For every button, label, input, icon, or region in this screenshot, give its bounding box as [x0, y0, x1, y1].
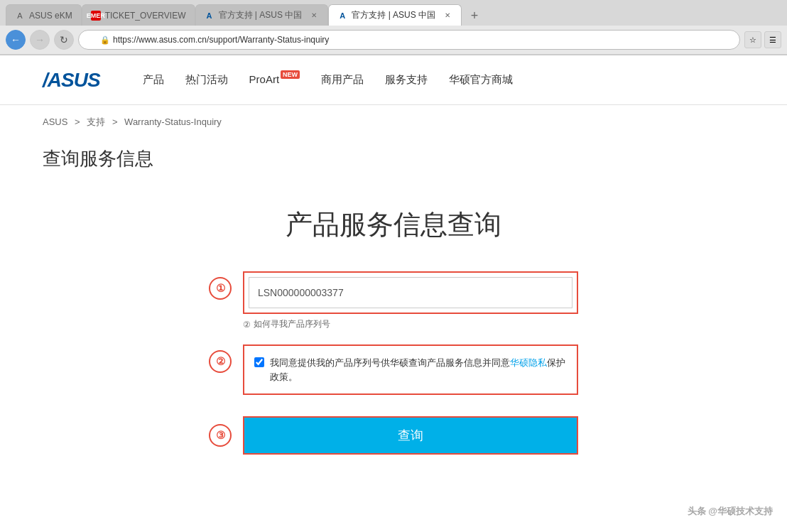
nav-item-proart[interactable]: ProArt NEW	[249, 73, 300, 87]
help-link: ② 如何寻我产品序列号	[243, 318, 578, 330]
breadcrumb-support[interactable]: 支持	[87, 116, 105, 127]
back-button[interactable]: ←	[6, 30, 26, 50]
privacy-checkbox[interactable]	[254, 357, 264, 367]
browser-tabs: A ASUS eKM EMER TICKET_OVERVIEW A 官方支持 |…	[0, 0, 787, 26]
tab-favicon-asus2: A	[337, 11, 347, 21]
nav-item-products[interactable]: 产品	[143, 73, 164, 87]
step-3-circle: ③	[209, 424, 232, 447]
step-2-circle: ②	[209, 350, 232, 373]
step-1-circle: ①	[209, 277, 232, 300]
step-1-content: ② 如何寻我产品序列号	[243, 271, 578, 330]
watermark: 头条 @华硕技术支持	[688, 505, 773, 518]
breadcrumb-current: Warranty-Status-Inquiry	[124, 116, 222, 127]
address-bar[interactable]: 🔒 https://www.asus.com.cn/support/Warran…	[78, 30, 740, 50]
privacy-label: 我同意提供我的产品序列号供华硕查询产品服务信息并同意华硕隐私保护政策。	[254, 356, 567, 384]
tab-asus1[interactable]: A 官方支持 | ASUS 中国 ✕	[195, 4, 329, 26]
tab-label-asus2: 官方支持 | ASUS 中国	[352, 9, 435, 21]
breadcrumb: ASUS > 支持 > Warranty-Status-Inquiry	[0, 105, 787, 139]
tab-label-ekm: ASUS eKM	[29, 11, 72, 21]
menu-button[interactable]: ☰	[764, 31, 781, 48]
privacy-label-text: 我同意提供我的产品序列号供华硕查询产品服务信息并同意华硕隐私保护政策。	[270, 356, 567, 384]
lock-icon: 🔒	[100, 36, 110, 45]
help-icon: ②	[243, 320, 251, 330]
asus-logo: /ASUS	[43, 69, 100, 92]
tab-favicon-asus1: A	[205, 11, 215, 21]
step-1-row: ① ② 如何寻我产品序列号	[209, 271, 578, 330]
nav-item-support[interactable]: 服务支持	[385, 73, 428, 87]
tab-favicon-ekm: A	[15, 11, 25, 21]
asus-navigation: /ASUS 产品 热门活动 ProArt NEW 商用产品 服务支持 华硕官方商…	[0, 55, 787, 105]
form-area: 产品服务信息查询 ① ② 如何寻我产品序列号 ②	[0, 192, 787, 497]
tab-ticket[interactable]: EMER TICKET_OVERVIEW	[82, 4, 195, 26]
serial-input-wrapper	[243, 271, 578, 314]
serial-number-input[interactable]	[249, 277, 572, 308]
new-tab-button[interactable]: +	[465, 6, 484, 26]
form-main-title: 产品服务信息查询	[286, 207, 501, 243]
tab-label-asus1: 官方支持 | ASUS 中国	[219, 9, 303, 21]
submit-row: ③ 查询	[209, 416, 578, 455]
step-2-content: 我同意提供我的产品序列号供华硕查询产品服务信息并同意华硕隐私保护政策。	[243, 344, 578, 395]
nav-proart-label: ProArt	[249, 73, 280, 85]
submit-button[interactable]: 查询	[244, 418, 577, 453]
refresh-button[interactable]: ↻	[54, 30, 74, 50]
tab-asus2[interactable]: A 官方支持 | ASUS 中国 ✕	[328, 4, 462, 26]
nav-item-activities[interactable]: 热门活动	[185, 73, 228, 87]
page-title: 查询服务信息	[0, 139, 787, 192]
privacy-policy-link[interactable]: 华硕隐私	[510, 357, 547, 368]
tab-close-asus2[interactable]: ✕	[443, 11, 452, 21]
browser-action-area: ☆ ☰	[744, 31, 781, 48]
how-to-find-serial[interactable]: 如何寻我产品序列号	[254, 318, 330, 330]
submit-btn-wrapper: 查询	[243, 416, 578, 455]
tab-favicon-ticket: EMER	[91, 11, 101, 21]
forward-button[interactable]: →	[30, 30, 50, 50]
checkbox-wrapper: 我同意提供我的产品序列号供华硕查询产品服务信息并同意华硕隐私保护政策。	[243, 344, 578, 395]
tab-label-ticket: TICKET_OVERVIEW	[105, 11, 186, 21]
page-content: /ASUS 产品 热门活动 ProArt NEW 商用产品 服务支持 华硕官方商…	[0, 55, 787, 497]
step-2-row: ② 我同意提供我的产品序列号供华硕查询产品服务信息并同意华硕隐私保护政策。	[209, 344, 578, 395]
nav-item-commercial[interactable]: 商用产品	[321, 73, 364, 87]
nav-new-badge: NEW	[281, 70, 300, 79]
browser-toolbar: ← → ↻ 🔒 https://www.asus.com.cn/support/…	[0, 26, 787, 55]
nav-item-shop[interactable]: 华硕官方商城	[449, 73, 513, 87]
nav-items: 产品 热门活动 ProArt NEW 商用产品 服务支持 华硕官方商城	[143, 73, 514, 87]
browser-chrome: A ASUS eKM EMER TICKET_OVERVIEW A 官方支持 |…	[0, 0, 787, 55]
bookmark-button[interactable]: ☆	[744, 31, 761, 48]
address-url: https://www.asus.com.cn/support/Warranty…	[113, 35, 329, 45]
tab-close-asus1[interactable]: ✕	[309, 11, 319, 21]
breadcrumb-asus[interactable]: ASUS	[43, 116, 67, 127]
tab-ekm[interactable]: A ASUS eKM	[6, 4, 82, 26]
